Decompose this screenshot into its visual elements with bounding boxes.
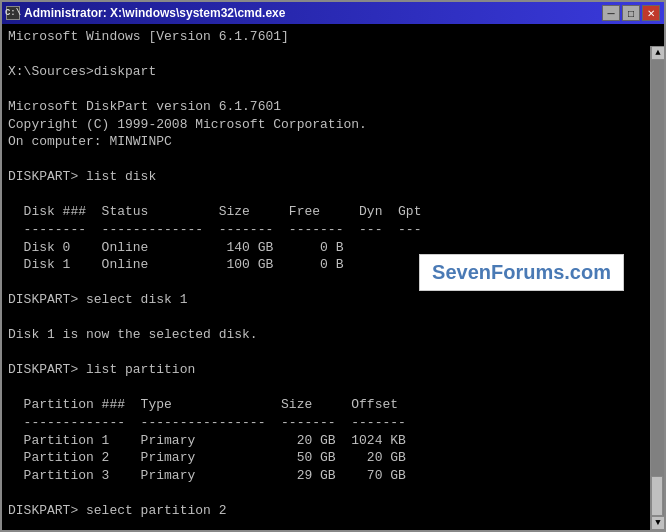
window-controls: ─ □ ✕: [602, 5, 660, 21]
title-bar: C:\ Administrator: X:\windows\system32\c…: [2, 2, 664, 24]
close-button[interactable]: ✕: [642, 5, 660, 21]
scroll-up-button[interactable]: ▲: [651, 46, 664, 60]
console-output: Microsoft Windows [Version 6.1.7601] X:\…: [2, 24, 664, 530]
scrollbar[interactable]: ▲ ▼: [650, 46, 664, 530]
minimize-button[interactable]: ─: [602, 5, 620, 21]
console-text: Microsoft Windows [Version 6.1.7601] X:\…: [8, 28, 644, 530]
scroll-thumb[interactable]: [651, 476, 663, 516]
cmd-window: C:\ Administrator: X:\windows\system32\c…: [0, 0, 666, 532]
window-icon: C:\: [6, 6, 20, 20]
window-title: Administrator: X:\windows\system32\cmd.e…: [24, 6, 602, 20]
scroll-down-button[interactable]: ▼: [651, 516, 664, 530]
restore-button[interactable]: □: [622, 5, 640, 21]
scroll-track[interactable]: [651, 60, 664, 516]
